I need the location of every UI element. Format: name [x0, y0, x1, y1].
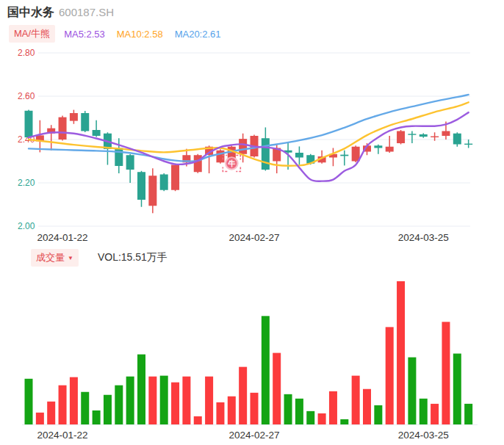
volume-bar [194, 416, 202, 424]
volume-bar [171, 383, 179, 424]
volume-x-axis-label: 2024-03-25 [398, 430, 449, 441]
legend-ma10: MA10:2.58 [117, 29, 163, 40]
volume-x-axis-label: 2024-02-27 [228, 430, 279, 441]
candle-body [93, 130, 101, 136]
legend-ma20: MA20:2.61 [175, 29, 221, 40]
volume-bar [408, 358, 416, 424]
y-axis-label-2.60: 2.60 [18, 91, 35, 101]
volume-value: VOL:15.51万手 [98, 251, 168, 264]
volume-bar [363, 389, 371, 424]
candle-body [216, 151, 224, 163]
volume-bar [251, 393, 259, 424]
stock-code: 600187.SH [59, 6, 114, 18]
volume-bar [453, 353, 461, 424]
candle-body [374, 145, 382, 148]
candle-body [171, 165, 179, 190]
volume-bar [284, 394, 292, 424]
volume-x-axis-label: 2024-01-22 [37, 430, 88, 441]
volume-selector[interactable]: 成交量 ▼ [31, 249, 79, 267]
volume-bar [205, 377, 213, 424]
marker-text: 牛 [228, 159, 236, 167]
volume-bar [228, 397, 236, 424]
candle-body [126, 155, 134, 170]
volume-bar [329, 391, 337, 424]
volume-bar [104, 395, 112, 424]
candle-body [453, 134, 461, 145]
candle-body [148, 176, 156, 206]
candle-body [262, 138, 270, 170]
chart-header: 国中水务600187.SH [7, 5, 114, 21]
volume-bar [182, 377, 190, 424]
volume-bar [420, 399, 428, 424]
volume-bar [137, 355, 145, 424]
volume-bar [464, 404, 472, 424]
x-axis-label: 2024-02-27 [228, 232, 279, 243]
volume-bar [81, 392, 89, 424]
candle-body [137, 172, 145, 200]
volume-bar [36, 413, 44, 424]
dropdown-arrow-icon: ▼ [68, 255, 73, 261]
candle-body [239, 139, 247, 154]
candle-body [386, 147, 394, 152]
candle-wick [344, 151, 345, 166]
volume-bar [386, 327, 394, 424]
volume-header-row: 成交量 ▼ VOL:15.51万手 [31, 249, 168, 267]
volume-bar [431, 404, 439, 424]
volume-bar [374, 405, 382, 424]
stock-name: 国中水务 [7, 6, 54, 18]
candle-body [160, 174, 168, 189]
volume-bar [160, 376, 168, 424]
volume-bar [59, 386, 67, 424]
candle-body [464, 144, 472, 145]
candle-body [340, 155, 348, 156]
volume-bar [93, 410, 101, 424]
candle-body [25, 111, 33, 137]
candle-body [194, 155, 202, 172]
bull-marker-icon[interactable]: 牛 [223, 155, 240, 171]
volume-bar [397, 281, 405, 424]
candle-body [420, 134, 428, 137]
volume-chart[interactable]: 2024-01-222024-02-272024-03-25 [0, 270, 504, 445]
volume-bar [148, 377, 156, 424]
candle-body [115, 148, 123, 166]
x-axis-label: 2024-03-25 [398, 232, 449, 243]
volume-bar [352, 376, 360, 424]
volume-bar [115, 386, 123, 424]
candle-body [431, 137, 439, 137]
indicator-selector[interactable]: MA/牛熊 [9, 25, 55, 43]
candle-body [81, 113, 89, 131]
volume-bar [318, 413, 326, 424]
candle-wick [411, 131, 413, 143]
ma-line-MA20 [29, 95, 469, 162]
volume-bar [442, 322, 450, 424]
y-axis-label-2.80: 2.80 [18, 48, 35, 58]
legend-ma5: MA5:2.53 [64, 29, 105, 40]
volume-bar [340, 419, 348, 424]
volume-bar [262, 316, 270, 424]
volume-bar [126, 377, 134, 424]
volume-selector-label: 成交量 [36, 251, 65, 264]
volume-bar [47, 402, 55, 424]
candle-body [397, 131, 405, 143]
volume-bar [295, 399, 303, 424]
volume-bar [25, 379, 33, 424]
volume-bar [306, 411, 314, 424]
volume-bar [216, 402, 224, 424]
candle-body [59, 117, 67, 140]
volume-bar [239, 367, 247, 424]
price-chart[interactable]: 2.802.602.402.202.002024-01-222024-02-27… [0, 44, 504, 248]
x-axis-label: 2024-01-22 [37, 232, 88, 243]
candle-body [70, 113, 78, 121]
y-axis-label-2.20: 2.20 [18, 178, 35, 188]
candle-body [295, 153, 303, 157]
candle-body [408, 134, 416, 134]
indicator-legend-row: MA/牛熊 MA5:2.53 MA10:2.58 MA20:2.61 [9, 25, 233, 43]
volume-bar [70, 377, 78, 424]
y-axis-label-2.00: 2.00 [18, 221, 35, 231]
volume-bar [273, 353, 281, 424]
candle-body [442, 131, 450, 135]
